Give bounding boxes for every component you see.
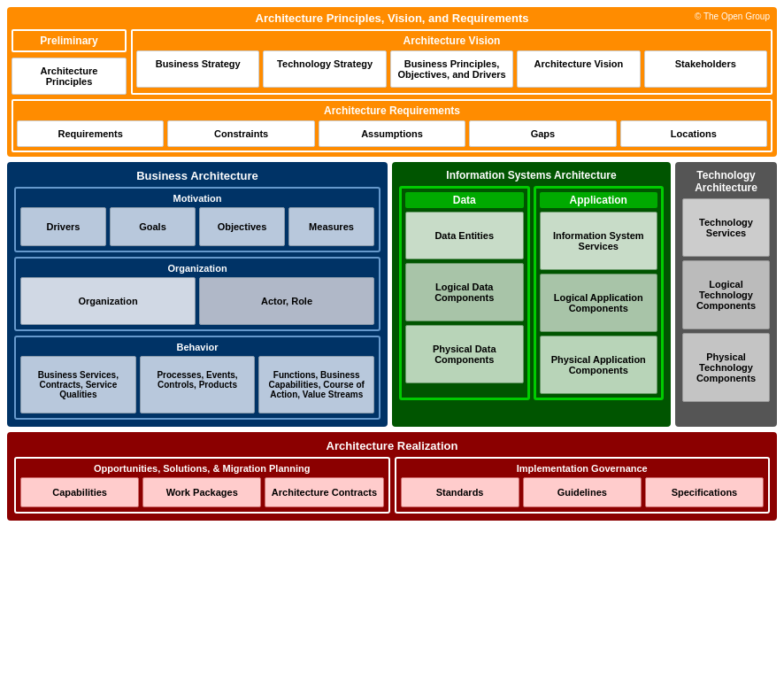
capabilities-cell: Capabilities <box>20 477 139 507</box>
goals-cell: Goals <box>110 207 196 246</box>
top-section: Architecture Principles, Vision, and Req… <box>7 7 777 157</box>
middle-section: Business Architecture Motivation Drivers… <box>7 162 777 427</box>
data-column-title: Data <box>405 192 524 208</box>
data-entities-cell: Data Entities <box>405 212 524 259</box>
logical-data-components-cell: Logical Data Components <box>405 263 524 321</box>
motivation-box: Motivation Drivers Goals Objectives Meas… <box>14 187 380 252</box>
prelim-vision-row: Preliminary Architecture Principles Arch… <box>12 29 772 95</box>
business-principles-cell: Business Principles, Objectives, and Dri… <box>390 50 513 88</box>
bottom-inner: Opportunities, Solutions, & Migration Pl… <box>14 457 770 514</box>
drivers-cell: Drivers <box>20 207 106 246</box>
arch-vision-items: Business Strategy Technology Strategy Bu… <box>136 50 767 88</box>
physical-app-components-cell: Physical Application Components <box>540 336 658 394</box>
gaps-cell: Gaps <box>469 120 616 147</box>
standards-cell: Standards <box>401 477 519 507</box>
main-container: Architecture Principles, Vision, and Req… <box>0 0 784 528</box>
preliminary-section: Preliminary Architecture Principles <box>12 29 127 95</box>
organization-cell: Organization <box>20 277 196 325</box>
technology-strategy-cell: Technology Strategy <box>263 50 386 88</box>
copyright-text: © The Open Group <box>695 12 770 21</box>
stakeholders-cell: Stakeholders <box>644 50 767 88</box>
processes-cell: Processes, Events, Controls, Products <box>140 356 256 413</box>
business-services-cell: Business Services, Contracts, Service Qu… <box>20 356 136 413</box>
arch-req-items: Requirements Constraints Assumptions Gap… <box>17 120 767 147</box>
physical-data-components-cell: Physical Data Components <box>405 325 524 383</box>
requirements-cell: Requirements <box>17 120 164 147</box>
architecture-realization: Architecture Realization Opportunities, … <box>7 432 777 521</box>
info-sys-title: Information Systems Architecture <box>399 169 664 182</box>
specifications-cell: Specifications <box>645 477 764 507</box>
implementation-items: Standards Guidelines Specifications <box>401 477 765 507</box>
opportunities-items: Capabilities Work Packages Architecture … <box>20 477 384 507</box>
info-system-services-cell: Information System Services <box>540 212 658 270</box>
arch-realization-title: Architecture Realization <box>14 439 770 452</box>
application-column-title: Application <box>540 192 658 208</box>
architecture-contracts-cell: Architecture Contracts <box>265 477 383 507</box>
logical-app-components-cell: Logical Application Components <box>540 274 658 332</box>
architecture-vision-cell: Architecture Vision <box>517 50 640 88</box>
locations-cell: Locations <box>620 120 767 147</box>
behavior-items: Business Services, Contracts, Service Qu… <box>20 356 374 413</box>
preliminary-header: Preliminary <box>12 29 127 52</box>
application-column: Application Information System Services … <box>534 186 665 400</box>
physical-tech-components-cell: Physical Technology Components <box>682 333 770 402</box>
arch-req-section: Architecture Requirements Requirements C… <box>12 99 772 152</box>
objectives-cell: Objectives <box>199 207 285 246</box>
information-systems-architecture: Information Systems Architecture Data Da… <box>392 162 671 427</box>
data-app-row: Data Data Entities Logical Data Componen… <box>399 186 664 400</box>
arch-req-header: Architecture Requirements <box>17 104 767 117</box>
data-column: Data Data Entities Logical Data Componen… <box>399 186 530 400</box>
tech-arch-title: Technology Architecture <box>682 169 770 194</box>
arch-vision-section: Architecture Vision Business Strategy Te… <box>131 29 772 95</box>
work-packages-cell: Work Packages <box>142 477 261 507</box>
technology-services-cell: Technology Services <box>682 198 770 257</box>
organization-items: Organization Actor, Role <box>20 277 374 325</box>
actor-role-cell: Actor, Role <box>199 277 374 325</box>
logical-tech-components-cell: Logical Technology Components <box>682 260 770 329</box>
arch-vision-header: Architecture Vision <box>136 35 767 47</box>
motivation-items: Drivers Goals Objectives Measures <box>20 207 374 246</box>
technology-architecture: Technology Architecture Technology Servi… <box>675 162 777 427</box>
opportunities-box: Opportunities, Solutions, & Migration Pl… <box>14 457 390 514</box>
business-architecture: Business Architecture Motivation Drivers… <box>7 162 388 427</box>
constraints-cell: Constraints <box>167 120 314 147</box>
top-section-title: Architecture Principles, Vision, and Req… <box>12 12 772 25</box>
behavior-box: Behavior Business Services, Contracts, S… <box>14 336 380 420</box>
implementation-box: Implementation Governance Standards Guid… <box>395 457 771 514</box>
implementation-title: Implementation Governance <box>401 463 765 474</box>
assumptions-cell: Assumptions <box>319 120 465 147</box>
behavior-title: Behavior <box>20 342 374 352</box>
measures-cell: Measures <box>288 207 374 246</box>
guidelines-cell: Guidelines <box>523 477 642 507</box>
organization-box: Organization Organization Actor, Role <box>14 257 380 331</box>
arch-principles-cell: Architecture Principles <box>12 58 127 95</box>
functions-cell: Functions, Business Capabilities, Course… <box>258 356 374 413</box>
opportunities-title: Opportunities, Solutions, & Migration Pl… <box>20 463 384 474</box>
business-arch-title: Business Architecture <box>14 169 380 182</box>
motivation-title: Motivation <box>20 193 374 204</box>
business-strategy-cell: Business Strategy <box>136 50 259 88</box>
organization-title: Organization <box>20 263 374 274</box>
